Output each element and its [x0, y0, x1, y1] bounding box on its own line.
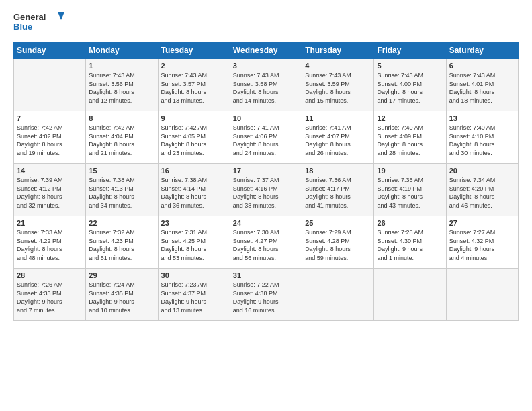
day-number: 26 [377, 219, 443, 227]
day-number: 20 [449, 167, 515, 175]
calendar-table: SundayMondayTuesdayWednesdayThursdayFrid… [13, 42, 519, 321]
day-number: 3 [233, 62, 299, 70]
day-content: Sunrise: 7:36 AM Sunset: 4:17 PM Dayligh… [305, 176, 371, 210]
day-content: Sunrise: 7:43 AM Sunset: 4:01 PM Dayligh… [449, 71, 515, 105]
calendar-cell: 5Sunrise: 7:43 AM Sunset: 4:00 PM Daylig… [374, 59, 446, 111]
calendar-cell: 3Sunrise: 7:43 AM Sunset: 3:58 PM Daylig… [230, 59, 302, 111]
col-header-monday: Monday [86, 42, 158, 59]
calendar-cell: 20Sunrise: 7:34 AM Sunset: 4:20 PM Dayli… [446, 164, 518, 216]
day-number: 23 [161, 219, 227, 227]
day-content: Sunrise: 7:42 AM Sunset: 4:02 PM Dayligh… [17, 124, 83, 157]
calendar-cell: 29Sunrise: 7:24 AM Sunset: 4:35 PM Dayli… [86, 269, 158, 321]
day-content: Sunrise: 7:22 AM Sunset: 4:38 PM Dayligh… [233, 281, 299, 314]
day-content: Sunrise: 7:38 AM Sunset: 4:14 PM Dayligh… [161, 176, 227, 210]
calendar-cell: 26Sunrise: 7:28 AM Sunset: 4:30 PM Dayli… [374, 216, 446, 269]
day-content: Sunrise: 7:37 AM Sunset: 4:16 PM Dayligh… [233, 176, 299, 210]
calendar-cell: 11Sunrise: 7:41 AM Sunset: 4:07 PM Dayli… [302, 111, 374, 164]
day-content: Sunrise: 7:41 AM Sunset: 4:07 PM Dayligh… [305, 124, 371, 157]
day-number: 31 [233, 271, 299, 279]
calendar-cell: 4Sunrise: 7:43 AM Sunset: 3:59 PM Daylig… [302, 59, 374, 111]
day-content: Sunrise: 7:42 AM Sunset: 4:05 PM Dayligh… [161, 124, 227, 157]
calendar-cell: 7Sunrise: 7:42 AM Sunset: 4:02 PM Daylig… [14, 111, 86, 164]
calendar-cell: 1Sunrise: 7:43 AM Sunset: 3:56 PM Daylig… [86, 59, 158, 111]
day-number: 29 [89, 271, 154, 279]
day-number: 22 [89, 219, 154, 227]
calendar-week-row: 21Sunrise: 7:33 AM Sunset: 4:22 PM Dayli… [14, 216, 519, 269]
day-content: Sunrise: 7:34 AM Sunset: 4:20 PM Dayligh… [449, 176, 515, 210]
calendar-cell: 13Sunrise: 7:40 AM Sunset: 4:10 PM Dayli… [446, 111, 518, 164]
day-content: Sunrise: 7:27 AM Sunset: 4:32 PM Dayligh… [449, 228, 515, 262]
day-number: 1 [89, 62, 154, 70]
calendar-cell: 23Sunrise: 7:31 AM Sunset: 4:25 PM Dayli… [158, 216, 230, 269]
calendar-cell: 16Sunrise: 7:38 AM Sunset: 4:14 PM Dayli… [158, 164, 230, 216]
day-number: 14 [17, 167, 83, 175]
svg-text:Blue: Blue [13, 21, 32, 32]
calendar-cell: 27Sunrise: 7:27 AM Sunset: 4:32 PM Dayli… [446, 216, 518, 269]
day-number: 4 [305, 62, 371, 70]
day-content: Sunrise: 7:40 AM Sunset: 4:09 PM Dayligh… [377, 124, 443, 157]
calendar-cell: 31Sunrise: 7:22 AM Sunset: 4:38 PM Dayli… [230, 269, 302, 321]
day-content: Sunrise: 7:23 AM Sunset: 4:37 PM Dayligh… [161, 281, 227, 314]
day-content: Sunrise: 7:38 AM Sunset: 4:13 PM Dayligh… [89, 176, 154, 210]
calendar-cell: 21Sunrise: 7:33 AM Sunset: 4:22 PM Dayli… [14, 216, 86, 269]
day-content: Sunrise: 7:31 AM Sunset: 4:25 PM Dayligh… [161, 228, 227, 262]
col-header-thursday: Thursday [302, 42, 374, 59]
calendar-cell [14, 59, 86, 111]
calendar-cell [302, 269, 374, 321]
day-number: 16 [161, 167, 227, 175]
col-header-sunday: Sunday [14, 42, 86, 59]
calendar-cell: 8Sunrise: 7:42 AM Sunset: 4:04 PM Daylig… [86, 111, 158, 164]
col-header-wednesday: Wednesday [230, 42, 302, 59]
calendar-week-row: 7Sunrise: 7:42 AM Sunset: 4:02 PM Daylig… [14, 111, 519, 164]
col-header-tuesday: Tuesday [158, 42, 230, 59]
logo: General Blue [13, 11, 67, 35]
page-container: General Blue SundayMondayTuesdayWednesda… [0, 0, 532, 328]
day-number: 17 [233, 167, 299, 175]
header: General Blue [13, 11, 519, 35]
calendar-cell: 18Sunrise: 7:36 AM Sunset: 4:17 PM Dayli… [302, 164, 374, 216]
svg-marker-2 [58, 12, 64, 20]
day-number: 10 [233, 114, 299, 122]
day-number: 2 [161, 62, 227, 70]
calendar-cell: 19Sunrise: 7:35 AM Sunset: 4:19 PM Dayli… [374, 164, 446, 216]
day-number: 19 [377, 167, 443, 175]
day-content: Sunrise: 7:29 AM Sunset: 4:28 PM Dayligh… [305, 228, 371, 262]
day-number: 8 [89, 114, 154, 122]
day-content: Sunrise: 7:43 AM Sunset: 3:59 PM Dayligh… [305, 71, 371, 105]
day-content: Sunrise: 7:33 AM Sunset: 4:22 PM Dayligh… [17, 228, 83, 262]
calendar-cell [374, 269, 446, 321]
day-number: 30 [161, 271, 227, 279]
day-content: Sunrise: 7:43 AM Sunset: 3:58 PM Dayligh… [233, 71, 299, 105]
day-content: Sunrise: 7:28 AM Sunset: 4:30 PM Dayligh… [377, 228, 443, 262]
calendar-cell: 14Sunrise: 7:39 AM Sunset: 4:12 PM Dayli… [14, 164, 86, 216]
generalblue-logo: General Blue [13, 11, 67, 35]
day-number: 27 [449, 219, 515, 227]
day-number: 24 [233, 219, 299, 227]
day-content: Sunrise: 7:40 AM Sunset: 4:10 PM Dayligh… [449, 124, 515, 157]
col-header-friday: Friday [374, 42, 446, 59]
day-content: Sunrise: 7:39 AM Sunset: 4:12 PM Dayligh… [17, 176, 83, 210]
calendar-cell: 6Sunrise: 7:43 AM Sunset: 4:01 PM Daylig… [446, 59, 518, 111]
calendar-cell: 10Sunrise: 7:41 AM Sunset: 4:06 PM Dayli… [230, 111, 302, 164]
day-number: 25 [305, 219, 371, 227]
calendar-cell [446, 269, 518, 321]
calendar-cell: 28Sunrise: 7:26 AM Sunset: 4:33 PM Dayli… [14, 269, 86, 321]
calendar-cell: 9Sunrise: 7:42 AM Sunset: 4:05 PM Daylig… [158, 111, 230, 164]
day-content: Sunrise: 7:30 AM Sunset: 4:27 PM Dayligh… [233, 228, 299, 262]
day-number: 28 [17, 271, 83, 279]
day-content: Sunrise: 7:35 AM Sunset: 4:19 PM Dayligh… [377, 176, 443, 210]
day-number: 6 [449, 62, 515, 70]
day-number: 21 [17, 219, 83, 227]
day-number: 7 [17, 114, 83, 122]
day-content: Sunrise: 7:43 AM Sunset: 4:00 PM Dayligh… [377, 71, 443, 105]
calendar-cell: 30Sunrise: 7:23 AM Sunset: 4:37 PM Dayli… [158, 269, 230, 321]
day-content: Sunrise: 7:42 AM Sunset: 4:04 PM Dayligh… [89, 124, 154, 157]
day-number: 18 [305, 167, 371, 175]
calendar-cell: 12Sunrise: 7:40 AM Sunset: 4:09 PM Dayli… [374, 111, 446, 164]
calendar-cell: 24Sunrise: 7:30 AM Sunset: 4:27 PM Dayli… [230, 216, 302, 269]
day-content: Sunrise: 7:24 AM Sunset: 4:35 PM Dayligh… [89, 281, 154, 314]
calendar-cell: 17Sunrise: 7:37 AM Sunset: 4:16 PM Dayli… [230, 164, 302, 216]
calendar-week-row: 14Sunrise: 7:39 AM Sunset: 4:12 PM Dayli… [14, 164, 519, 216]
day-number: 5 [377, 62, 443, 70]
day-number: 11 [305, 114, 371, 122]
